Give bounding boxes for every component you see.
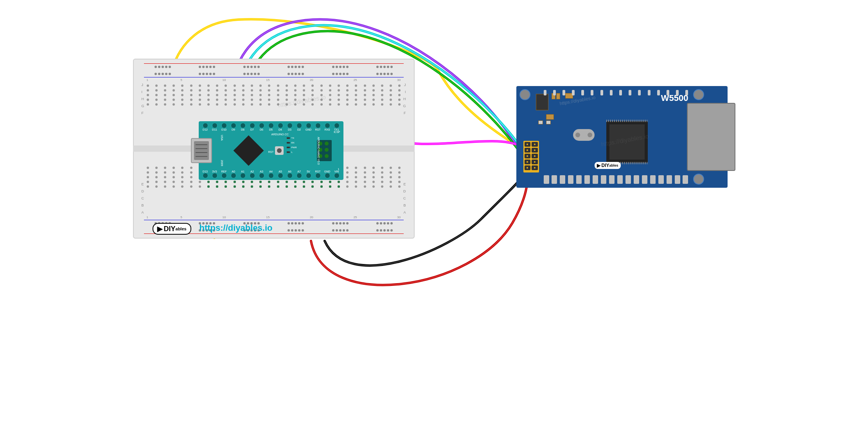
mount-hole-icon [519, 89, 530, 100]
bottom-pin-row: for(let i=0;i<15;i++)document.write('<di… [203, 173, 340, 178]
top-pin-row: for(let i=0;i<15;i++)document.write('<di… [203, 123, 340, 128]
model-text: ARDUINO NANO V3.0 [317, 137, 320, 165]
bottom-pads-row: for(let i=0;i<18;i++)document.write('<di… [544, 175, 688, 184]
smd-component [536, 94, 548, 110]
pin1-label: 1 [338, 168, 340, 171]
crystal-oscillator [573, 129, 595, 141]
logo-text: DIY [164, 225, 176, 233]
arduino-nano: ["TX","RX","PWR","L"].forEach(l=>documen… [199, 121, 343, 180]
year-text: 2009 [221, 160, 223, 166]
usb-mini-connector [191, 138, 212, 163]
smd-component [538, 120, 543, 124]
diyables-logo-icon: ▶DIYables [595, 162, 621, 169]
smd-component [546, 114, 554, 120]
rj45-ethernet-jack [687, 103, 735, 171]
smd-component [546, 120, 551, 124]
top-pads-row: for(let i=0;i<16;i++)document.write('<di… [544, 90, 688, 95]
diyables-logo-icon: ▶DIYables [153, 223, 191, 235]
atmega328-chip [233, 135, 264, 166]
mount-hole-icon [693, 174, 704, 185]
spi-header: for(let i=0;i<5;i++)document.write('<div… [523, 141, 539, 172]
w5500-ethernet-module: W5500 for(let i=0;i<16;i++)document.writ… [516, 86, 728, 188]
icsp-label: ICSP [334, 131, 340, 133]
source-url[interactable]: https://diyables.io [199, 223, 273, 233]
wiring-diagram: for(let g=0;g<6;g++){document.write('<di… [129, 8, 739, 317]
power-rail-top: for(let g=0;g<6;g++){document.write('<di… [141, 63, 407, 78]
brand-text: ARDUINO.CC [271, 133, 289, 136]
reset-button[interactable] [275, 146, 284, 155]
rst-label: RST [268, 151, 274, 153]
mount-hole-icon [693, 89, 704, 100]
usa-text: USA [221, 135, 223, 140]
w5500-ic-chip [606, 121, 648, 163]
status-leds: ["TX","RX","PWR","L"].forEach(l=>documen… [287, 137, 297, 153]
